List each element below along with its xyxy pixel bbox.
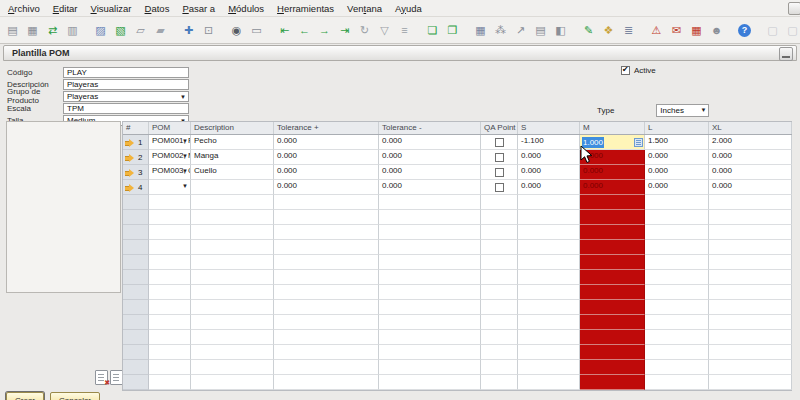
cell-xl[interactable]: [709, 375, 792, 390]
cell-xl[interactable]: [709, 210, 792, 225]
cell-description[interactable]: [191, 240, 274, 255]
cell-qa-point[interactable]: [481, 270, 518, 285]
crear-button[interactable]: Crear: [6, 392, 44, 400]
cell-pom[interactable]: [149, 375, 191, 390]
cell-pom[interactable]: [149, 210, 191, 225]
print-layout-icon[interactable]: ▨: [92, 22, 109, 39]
menu-item-archivo[interactable]: Archivo: [8, 3, 40, 14]
cell-qa-point[interactable]: [481, 210, 518, 225]
cell-tolerance-plus[interactable]: [274, 255, 379, 270]
sort-icon[interactable]: ≡: [396, 22, 413, 39]
menu-item-ventana[interactable]: Ventana: [347, 3, 382, 14]
cell-l[interactable]: [645, 270, 709, 285]
cell-qa-point[interactable]: [481, 345, 518, 360]
cell-xl[interactable]: [709, 255, 792, 270]
active-checkbox[interactable]: [621, 66, 630, 75]
cell-s[interactable]: [518, 360, 580, 375]
cell-s[interactable]: [518, 300, 580, 315]
menu-item-módulos[interactable]: Módulos: [228, 3, 264, 14]
menu-item-pasar-a[interactable]: Pasar a: [182, 3, 215, 14]
cell-xl[interactable]: [709, 300, 792, 315]
calendar-icon[interactable]: ▦: [688, 22, 705, 39]
refresh-exchange-icon[interactable]: ⇄: [44, 22, 61, 39]
cell-tolerance-minus[interactable]: [379, 195, 481, 210]
form-settings-icon[interactable]: ❖: [600, 22, 617, 39]
cell-qa-point[interactable]: [481, 375, 518, 390]
cell-description[interactable]: [191, 360, 274, 375]
cell-description[interactable]: [191, 225, 274, 240]
qa-checkbox[interactable]: [495, 183, 504, 192]
cell-l[interactable]: 0.000: [645, 150, 709, 165]
cell-s[interactable]: [518, 270, 580, 285]
window-minimize-button[interactable]: [779, 47, 793, 61]
cell-m[interactable]: 0.000: [580, 150, 645, 165]
cell-s[interactable]: [518, 240, 580, 255]
cell-description[interactable]: [191, 285, 274, 300]
cell-tolerance-minus[interactable]: [379, 375, 481, 390]
cell-pom[interactable]: [149, 345, 191, 360]
cell-m[interactable]: [580, 360, 645, 375]
restore-window-icon[interactable]: ▢: [784, 22, 800, 39]
cell-tolerance-minus[interactable]: [379, 315, 481, 330]
cell-s[interactable]: 0.000: [518, 165, 580, 180]
edit-icon[interactable]: ✎: [580, 22, 597, 39]
cell-xl[interactable]: [709, 330, 792, 345]
cell-s[interactable]: [518, 195, 580, 210]
cell-s[interactable]: [518, 330, 580, 345]
cell-xl[interactable]: 0.000: [709, 165, 792, 180]
cell-tolerance-minus[interactable]: [379, 345, 481, 360]
cell-s[interactable]: [518, 285, 580, 300]
cell-description[interactable]: [191, 180, 274, 195]
print-icon[interactable]: ▦: [24, 22, 41, 39]
cell-qa-point[interactable]: [481, 135, 518, 150]
cell-tolerance-plus[interactable]: [274, 360, 379, 375]
cell-tolerance-minus[interactable]: 0.000: [379, 180, 481, 195]
cell-xl[interactable]: [709, 285, 792, 300]
query-icon[interactable]: ≣: [620, 22, 637, 39]
cell-description[interactable]: [191, 255, 274, 270]
find-icon[interactable]: ◉: [228, 22, 245, 39]
row-header[interactable]: [123, 360, 149, 375]
cell-description[interactable]: [191, 345, 274, 360]
escala-field[interactable]: TPM: [63, 103, 189, 114]
menu-item-ayuda[interactable]: Ayuda: [395, 3, 422, 14]
cell-l[interactable]: 0.000: [645, 180, 709, 195]
cell-l[interactable]: [645, 360, 709, 375]
m-cell-detail-button[interactable]: [634, 138, 643, 147]
cell-s[interactable]: [518, 255, 580, 270]
cell-l[interactable]: [645, 345, 709, 360]
cell-tolerance-plus[interactable]: [274, 300, 379, 315]
cell-pom[interactable]: [149, 225, 191, 240]
qa-checkbox[interactable]: [495, 168, 504, 177]
type-select[interactable]: Inches ▼: [656, 104, 709, 117]
next-record-icon[interactable]: →: [316, 22, 333, 39]
cell-l[interactable]: 0.000: [645, 165, 709, 180]
cell-pom[interactable]: POM003, Cu▼: [149, 165, 191, 180]
row-header[interactable]: [123, 300, 149, 315]
cell-tolerance-minus[interactable]: 0.000: [379, 150, 481, 165]
cell-m[interactable]: [580, 315, 645, 330]
row-header[interactable]: [123, 195, 149, 210]
cell-m[interactable]: [580, 255, 645, 270]
refresh-record-icon[interactable]: ↻: [356, 22, 373, 39]
cell-description[interactable]: [191, 195, 274, 210]
cell-l[interactable]: [645, 300, 709, 315]
cell-tolerance-minus[interactable]: [379, 225, 481, 240]
cell-tolerance-plus[interactable]: [274, 195, 379, 210]
cell-tolerance-plus[interactable]: 0.000: [274, 180, 379, 195]
summary-report-icon[interactable]: ▦: [472, 22, 489, 39]
cell-xl[interactable]: [709, 345, 792, 360]
cell-m[interactable]: [580, 285, 645, 300]
cell-tolerance-minus[interactable]: [379, 255, 481, 270]
cell-m[interactable]: [580, 240, 645, 255]
cell-pom[interactable]: [149, 300, 191, 315]
cell-tolerance-minus[interactable]: 0.000: [379, 165, 481, 180]
user-icon[interactable]: ☻: [708, 22, 725, 39]
org-structure-icon[interactable]: ⁂: [492, 22, 509, 39]
cell-qa-point[interactable]: [481, 225, 518, 240]
row-header[interactable]: [123, 225, 149, 240]
cell-description[interactable]: [191, 270, 274, 285]
menu-item-editar[interactable]: Editar: [53, 3, 78, 14]
last-record-icon[interactable]: ⇥: [336, 22, 353, 39]
cell-qa-point[interactable]: [481, 315, 518, 330]
